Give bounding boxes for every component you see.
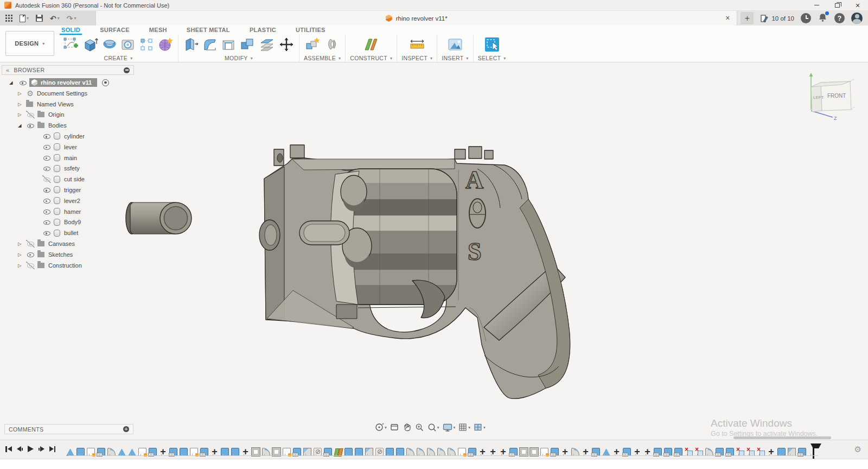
new-tab-button[interactable] bbox=[741, 12, 754, 24]
document-tab[interactable]: rhino revolver v11* bbox=[95, 11, 737, 26]
visibility-eye-icon[interactable] bbox=[26, 240, 35, 248]
visibility-eye-icon[interactable] bbox=[42, 208, 51, 216]
pan-button[interactable] bbox=[402, 422, 412, 432]
close-button[interactable] bbox=[847, 0, 868, 10]
twisty-closed[interactable] bbox=[18, 241, 25, 246]
step-forward-button[interactable] bbox=[39, 446, 44, 452]
tab-close-button[interactable] bbox=[723, 14, 732, 22]
ribbon-tab-mesh[interactable]: MESH bbox=[148, 26, 169, 34]
modify-group-label[interactable]: MODIFY▾ bbox=[225, 54, 253, 62]
visibility-eye-icon[interactable] bbox=[26, 122, 35, 129]
look-at-button[interactable] bbox=[390, 422, 399, 432]
browser-node-trigger[interactable]: trigger bbox=[2, 185, 134, 195]
minimize-button[interactable] bbox=[806, 0, 827, 10]
insert-image-icon[interactable] bbox=[446, 36, 464, 53]
assemble-group-label[interactable]: ASSEMBLE▾ bbox=[304, 54, 341, 62]
twisty-closed[interactable] bbox=[18, 252, 25, 257]
visibility-eye-icon[interactable] bbox=[42, 132, 51, 140]
app-grid-icon[interactable] bbox=[5, 15, 12, 22]
visibility-eye-icon[interactable] bbox=[26, 111, 35, 118]
move-icon[interactable] bbox=[278, 36, 295, 53]
browser-node-cylinder[interactable]: cylinder bbox=[2, 131, 134, 142]
redo-button[interactable]: ↷▾ bbox=[67, 15, 76, 22]
visibility-eye-icon[interactable] bbox=[26, 262, 35, 269]
joint-icon[interactable] bbox=[324, 36, 341, 53]
form-icon[interactable] bbox=[157, 36, 174, 53]
combine-icon[interactable] bbox=[239, 36, 256, 53]
timeline-scrollbar[interactable] bbox=[733, 436, 831, 439]
browser-node-sketches[interactable]: Sketches bbox=[2, 249, 134, 260]
visibility-eye-icon[interactable] bbox=[18, 79, 27, 86]
hole-icon[interactable] bbox=[120, 37, 136, 52]
browser-node-canvases[interactable]: Canvases bbox=[2, 238, 134, 249]
browser-node-main[interactable]: main bbox=[2, 153, 134, 163]
revolve-icon[interactable] bbox=[102, 37, 117, 52]
grid-snap-button[interactable]: ▾ bbox=[458, 422, 470, 432]
extrude-icon[interactable] bbox=[82, 36, 99, 53]
visibility-eye-icon[interactable] bbox=[42, 186, 51, 194]
panel-minimize-icon[interactable] bbox=[124, 67, 130, 73]
browser-node-document-settings[interactable]: ⚙Document Settings bbox=[2, 88, 134, 99]
display-settings-button[interactable]: ▾ bbox=[442, 422, 456, 432]
history-clock-icon[interactable] bbox=[801, 13, 811, 23]
maximize-button[interactable] bbox=[827, 0, 847, 10]
browser-node-bodies[interactable]: Bodies bbox=[2, 120, 134, 131]
browser-node-body9[interactable]: Body9 bbox=[2, 217, 134, 228]
zoom-button[interactable] bbox=[414, 422, 424, 432]
browser-node-cut-side[interactable]: cut side bbox=[2, 174, 134, 185]
select-icon[interactable] bbox=[484, 36, 500, 53]
notifications-button[interactable] bbox=[818, 12, 828, 24]
viewports-button[interactable]: ▾ bbox=[473, 422, 486, 432]
activate-component-radio[interactable] bbox=[102, 79, 109, 86]
window-zoom-button[interactable]: ▾ bbox=[427, 422, 439, 432]
visibility-eye-icon[interactable] bbox=[42, 164, 51, 172]
file-menu-button[interactable]: ▾ bbox=[20, 15, 29, 22]
construct-group-label[interactable]: CONSTRUCT▾ bbox=[350, 54, 392, 62]
browser-node-lever2[interactable]: lever2 bbox=[2, 195, 134, 206]
collapse-panel-icon[interactable] bbox=[6, 67, 10, 73]
browser-node-hamer[interactable]: hamer bbox=[2, 206, 134, 217]
twisty-closed[interactable] bbox=[18, 112, 25, 117]
insert-group-label[interactable]: INSERT▾ bbox=[442, 54, 468, 62]
select-group-label[interactable]: SELECT▾ bbox=[478, 54, 506, 62]
new-component-icon[interactable] bbox=[304, 36, 321, 53]
ribbon-tab-solid[interactable]: SOLID bbox=[60, 26, 82, 34]
browser-node-root[interactable]: rhino revolver v11 bbox=[2, 77, 134, 88]
ribbon-tab-utilities[interactable]: UTILITIES bbox=[294, 26, 327, 34]
view-cube[interactable]: Z LEFT FRONT bbox=[799, 67, 860, 122]
browser-node-named-views[interactable]: Named Views bbox=[2, 99, 134, 110]
twisty-closed[interactable] bbox=[18, 263, 25, 268]
root-component-chip[interactable]: rhino revolver v11 bbox=[29, 78, 97, 87]
ribbon-tab-plastic[interactable]: PLASTIC bbox=[248, 26, 278, 34]
browser-node-bullet[interactable]: bullet bbox=[2, 227, 134, 238]
visibility-eye-icon[interactable] bbox=[42, 154, 51, 162]
create-sketch-icon[interactable] bbox=[63, 36, 79, 53]
skip-to-end-button[interactable] bbox=[49, 446, 56, 452]
help-button[interactable] bbox=[834, 13, 845, 23]
shell-icon[interactable] bbox=[221, 37, 236, 52]
visibility-eye-icon[interactable] bbox=[26, 251, 35, 258]
twisty-open[interactable] bbox=[18, 123, 25, 128]
ribbon-tab-surface[interactable]: SURFACE bbox=[98, 26, 131, 34]
user-avatar[interactable] bbox=[851, 12, 863, 24]
twisty-closed[interactable] bbox=[18, 91, 25, 96]
undo-button[interactable]: ↶▾ bbox=[50, 15, 60, 22]
save-button[interactable] bbox=[36, 15, 43, 22]
skip-to-start-button[interactable] bbox=[5, 446, 12, 452]
browser-node-lever[interactable]: lever bbox=[2, 142, 134, 153]
inspect-group-label[interactable]: INSPECT▾ bbox=[401, 54, 432, 62]
comments-bar[interactable]: COMMENTS bbox=[4, 424, 133, 434]
visibility-eye-icon[interactable] bbox=[42, 229, 51, 237]
offset-faces-icon[interactable] bbox=[259, 36, 275, 53]
play-button[interactable] bbox=[28, 446, 34, 452]
press-pull-icon[interactable] bbox=[183, 36, 199, 53]
step-back-button[interactable] bbox=[17, 446, 23, 452]
timeline-settings-gear-icon[interactable] bbox=[854, 445, 861, 454]
timeline-position-marker[interactable] bbox=[810, 443, 819, 460]
pattern-icon[interactable] bbox=[139, 37, 154, 52]
browser-node-ssfety[interactable]: ssfety bbox=[2, 163, 134, 174]
visibility-eye-icon[interactable] bbox=[42, 218, 51, 226]
visibility-eye-icon[interactable] bbox=[42, 175, 51, 183]
twisty-open[interactable] bbox=[9, 80, 16, 85]
visibility-eye-icon[interactable] bbox=[42, 143, 51, 151]
